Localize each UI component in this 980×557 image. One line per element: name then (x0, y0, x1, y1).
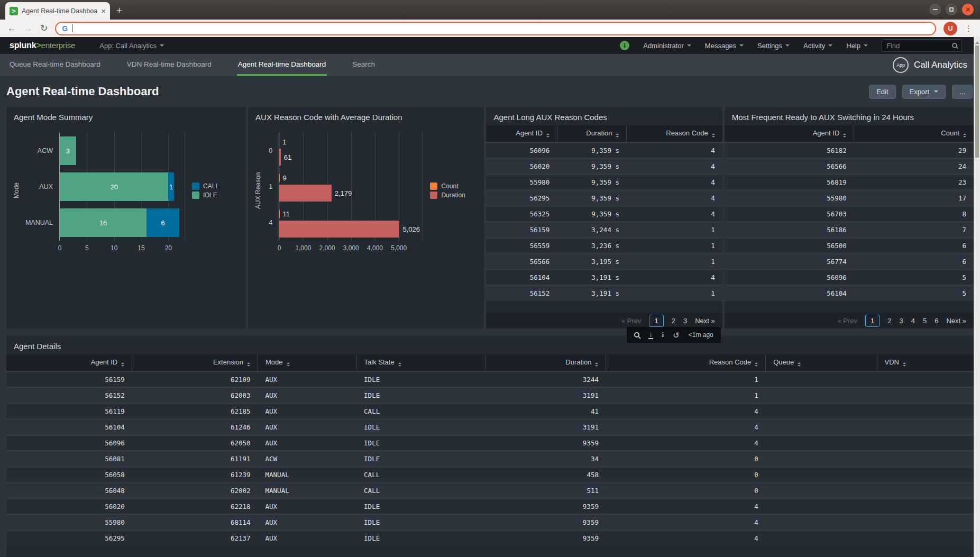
bar-segment-call[interactable]: 1 (168, 172, 173, 201)
table-row[interactable]: 5598068114AUXIDLE93594 (6, 514, 974, 530)
table-row[interactable]: 561867 (725, 222, 974, 238)
bar-segment-call[interactable]: 6 (146, 208, 179, 237)
column-header[interactable]: Agent ID (486, 125, 557, 142)
menu-help[interactable]: Help (846, 42, 868, 50)
bar-segment-idle[interactable]: 20 (60, 172, 168, 201)
legend-item-duration[interactable]: Duration (430, 191, 477, 199)
page-scrollbar[interactable] (974, 37, 980, 557)
table-row[interactable]: 5611962185AUXCALL414 (6, 403, 974, 419)
export-button[interactable]: Export (902, 85, 946, 99)
table-row[interactable]: 5608161191ACWIDLE340 (6, 451, 974, 467)
table-row[interactable]: 5615262003AUXIDLE31911 (6, 387, 974, 403)
pagination-page-1[interactable]: 1 (649, 315, 663, 327)
column-header[interactable]: Extension (132, 354, 258, 371)
nav-tab-agent-real-time-dashboard[interactable]: Agent Real-time Dashboard (237, 54, 327, 76)
scrollbar-thumb[interactable] (975, 45, 979, 158)
close-button[interactable]: × (962, 4, 974, 15)
open-in-search-icon[interactable] (634, 332, 639, 337)
column-header[interactable]: Agent ID (6, 354, 132, 371)
column-header[interactable]: Agent ID (725, 125, 854, 142)
table-row[interactable]: 5656624 (725, 158, 974, 174)
table-row[interactable]: 5598017 (725, 190, 974, 206)
table-row[interactable]: 5604862002MANUALCALL5110 (6, 482, 974, 498)
bar-segment-idle[interactable]: 16 (60, 208, 146, 237)
download-icon[interactable]: ↓ (648, 331, 653, 339)
table-row[interactable]: 5618229 (725, 142, 974, 158)
table-row[interactable]: 567746 (725, 253, 974, 269)
column-header[interactable]: Duration (485, 354, 606, 371)
table-row[interactable]: 561523,191 s1 (486, 285, 722, 301)
table-row[interactable]: 565663,195 s1 (486, 253, 722, 269)
column-header[interactable]: Queue (766, 354, 877, 371)
table-row[interactable]: 561045 (725, 285, 974, 301)
table-row[interactable]: 5681923 (725, 174, 974, 190)
legend-item-count[interactable]: Count (430, 182, 477, 190)
column-header[interactable]: Reason Code (627, 125, 722, 142)
bar-segment-idle[interactable]: 3 (60, 136, 76, 165)
table-row[interactable]: 5610461246AUXIDLE31914 (6, 419, 974, 435)
minimize-button[interactable] (929, 4, 941, 15)
pagination-prev[interactable]: « Prev (837, 317, 857, 325)
table-row[interactable]: 561043,191 s4 (486, 269, 722, 285)
back-button[interactable]: ← (7, 24, 16, 33)
menu-administrator[interactable]: Administrator (643, 42, 691, 50)
table-row[interactable]: 567038 (725, 206, 974, 222)
forward-button[interactable]: → (24, 24, 33, 33)
browser-avatar[interactable]: U (944, 22, 957, 35)
pagination-page-2[interactable]: 2 (887, 317, 891, 325)
pagination-page-1[interactable]: 1 (865, 315, 880, 327)
new-tab-button[interactable]: + (116, 5, 122, 16)
nav-tab-queue-real-time-dashboard[interactable]: Queue Real-time Dashboard (8, 54, 102, 76)
pagination-page-4[interactable]: 4 (911, 317, 915, 325)
table-row[interactable]: 560209,359 s4 (486, 158, 722, 174)
table-row[interactable]: 5605861239MANUALCALL4580 (6, 467, 974, 482)
pagination-prev[interactable]: « Prev (621, 317, 642, 325)
kebab-menu-icon[interactable]: ⋮ (965, 24, 973, 33)
table-row[interactable]: 565006 (725, 238, 974, 253)
table-row[interactable]: 561593,244 s1 (486, 222, 722, 238)
legend-item-idle[interactable]: IDLE (192, 191, 239, 199)
menu-settings[interactable]: Settings (757, 42, 790, 50)
menu-messages[interactable]: Messages (705, 42, 744, 50)
maximize-button[interactable] (946, 4, 957, 15)
pagination-page-6[interactable]: 6 (935, 317, 938, 325)
column-header[interactable]: Count (854, 125, 974, 142)
info-icon[interactable]: i (662, 331, 664, 339)
column-header[interactable]: Mode (258, 354, 357, 371)
splunk-logo[interactable]: splunk>enterprise (10, 41, 75, 50)
table-row[interactable]: 562959,359 s4 (486, 190, 722, 206)
edit-button[interactable]: Edit (869, 85, 895, 99)
find-input[interactable] (886, 42, 952, 50)
table-row[interactable]: 5629562137AUXIDLE93594 (6, 530, 974, 546)
table-row[interactable]: 560965 (725, 269, 974, 285)
app-selector-menu[interactable]: App: Call Analytics (99, 42, 164, 50)
column-header[interactable]: Reason Code (606, 354, 766, 371)
info-icon[interactable]: i (620, 41, 629, 50)
table-row[interactable]: 563259,359 s4 (486, 206, 722, 222)
menu-activity[interactable]: Activity (803, 42, 832, 50)
pagination-page-3[interactable]: 3 (683, 317, 687, 325)
nav-tab-vdn-real-time-dashboard[interactable]: VDN Real-time Dashboard (126, 54, 213, 76)
pagination-page-5[interactable]: 5 (923, 317, 927, 325)
column-header[interactable]: Talk State (356, 354, 485, 371)
address-bar[interactable]: G (55, 22, 936, 35)
table-row[interactable]: 5615962109AUXIDLE32441 (6, 371, 974, 387)
nav-tab-search[interactable]: Search (351, 54, 376, 76)
table-row[interactable]: 5602062218AUXIDLE93594 (6, 498, 974, 514)
column-header[interactable]: VDN (877, 354, 974, 371)
pagination-next[interactable]: Next » (946, 317, 966, 325)
column-header[interactable]: Duration (557, 125, 627, 142)
table-row[interactable]: 5609662050AUXIDLE93594 (6, 435, 974, 451)
more-button[interactable]: ... (952, 85, 973, 99)
scrollbar-up-icon[interactable] (975, 40, 979, 44)
find-box[interactable] (882, 39, 962, 52)
table-row[interactable]: 565593,236 s1 (486, 238, 722, 253)
reload-button[interactable]: ↻ (40, 24, 48, 33)
legend-item-call[interactable]: CALL (192, 182, 239, 190)
bar-duration[interactable] (279, 221, 399, 238)
table-row[interactable]: 559809,359 s4 (486, 174, 722, 190)
bar-duration[interactable] (279, 149, 281, 166)
pagination-page-3[interactable]: 3 (899, 317, 903, 325)
browser-tab[interactable]: > Agent Real-time Dashboa × (5, 2, 110, 20)
pagination-next[interactable]: Next » (695, 317, 715, 325)
